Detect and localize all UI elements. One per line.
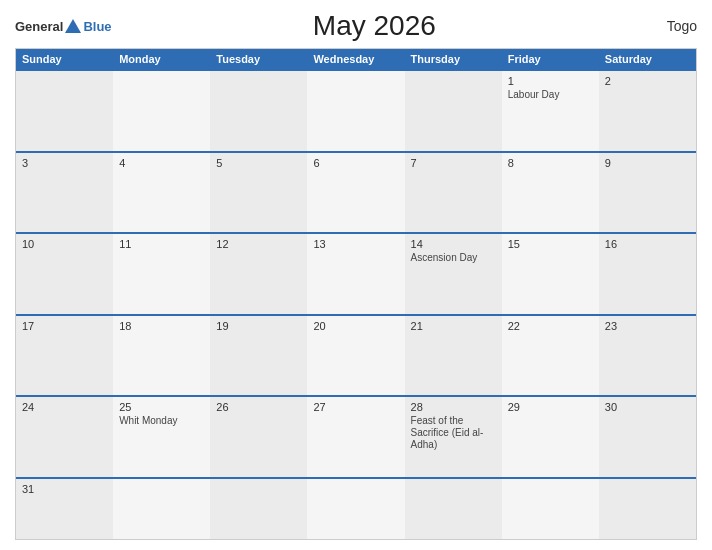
calendar-header: Sunday Monday Tuesday Wednesday Thursday… <box>16 49 696 69</box>
day-number: 28 <box>411 401 496 413</box>
header-monday: Monday <box>113 49 210 69</box>
cal-cell-r3-c2: 19 <box>210 316 307 396</box>
holiday-label: Whit Monday <box>119 415 204 427</box>
page: General Blue May 2026 Togo Sunday Monday… <box>0 0 712 550</box>
holiday-label: Feast of the Sacrifice (Eid al-Adha) <box>411 415 496 451</box>
cal-cell-r3-c0: 17 <box>16 316 113 396</box>
cal-cell-r4-c4: 28Feast of the Sacrifice (Eid al-Adha) <box>405 397 502 477</box>
cal-cell-r3-c1: 18 <box>113 316 210 396</box>
day-number: 14 <box>411 238 496 250</box>
day-number: 19 <box>216 320 301 332</box>
header-sunday: Sunday <box>16 49 113 69</box>
day-number: 21 <box>411 320 496 332</box>
cal-cell-r2-c4: 14Ascension Day <box>405 234 502 314</box>
cal-cell-r1-c3: 6 <box>307 153 404 233</box>
cal-cell-r4-c5: 29 <box>502 397 599 477</box>
day-number: 4 <box>119 157 204 169</box>
header: General Blue May 2026 Togo <box>15 10 697 42</box>
day-number: 8 <box>508 157 593 169</box>
cal-cell-r4-c0: 24 <box>16 397 113 477</box>
cal-cell-r4-c2: 26 <box>210 397 307 477</box>
cal-cell-r2-c1: 11 <box>113 234 210 314</box>
cal-cell-r0-c1 <box>113 71 210 151</box>
cal-cell-r3-c3: 20 <box>307 316 404 396</box>
cal-cell-r1-c1: 4 <box>113 153 210 233</box>
cal-cell-r1-c2: 5 <box>210 153 307 233</box>
day-number: 15 <box>508 238 593 250</box>
logo-triangle-icon <box>65 19 81 33</box>
logo-blue-text: Blue <box>83 19 111 34</box>
day-number: 17 <box>22 320 107 332</box>
cal-cell-r4-c3: 27 <box>307 397 404 477</box>
country-label: Togo <box>637 18 697 34</box>
cal-cell-r5-c6 <box>599 479 696 539</box>
day-number: 12 <box>216 238 301 250</box>
day-number: 20 <box>313 320 398 332</box>
cal-cell-r2-c0: 10 <box>16 234 113 314</box>
day-number: 23 <box>605 320 690 332</box>
day-number: 24 <box>22 401 107 413</box>
cal-cell-r0-c6: 2 <box>599 71 696 151</box>
day-number: 31 <box>22 483 107 495</box>
day-number: 16 <box>605 238 690 250</box>
cal-cell-r0-c5: 1Labour Day <box>502 71 599 151</box>
cal-cell-r0-c4 <box>405 71 502 151</box>
cal-cell-r4-c6: 30 <box>599 397 696 477</box>
day-number: 11 <box>119 238 204 250</box>
calendar-row-4: 2425Whit Monday262728Feast of the Sacrif… <box>16 395 696 477</box>
cal-cell-r2-c5: 15 <box>502 234 599 314</box>
header-tuesday: Tuesday <box>210 49 307 69</box>
header-friday: Friday <box>502 49 599 69</box>
cal-cell-r3-c6: 23 <box>599 316 696 396</box>
calendar-row-0: 1Labour Day2 <box>16 69 696 151</box>
calendar-row-3: 17181920212223 <box>16 314 696 396</box>
calendar-row-2: 1011121314Ascension Day1516 <box>16 232 696 314</box>
cal-cell-r2-c3: 13 <box>307 234 404 314</box>
day-number: 25 <box>119 401 204 413</box>
header-thursday: Thursday <box>405 49 502 69</box>
cal-cell-r1-c0: 3 <box>16 153 113 233</box>
day-number: 2 <box>605 75 690 87</box>
cal-cell-r5-c0: 31 <box>16 479 113 539</box>
day-number: 10 <box>22 238 107 250</box>
cal-cell-r3-c4: 21 <box>405 316 502 396</box>
day-number: 27 <box>313 401 398 413</box>
day-number: 5 <box>216 157 301 169</box>
cal-cell-r1-c4: 7 <box>405 153 502 233</box>
day-number: 18 <box>119 320 204 332</box>
day-number: 3 <box>22 157 107 169</box>
day-number: 13 <box>313 238 398 250</box>
day-number: 9 <box>605 157 690 169</box>
day-number: 6 <box>313 157 398 169</box>
cal-cell-r1-c5: 8 <box>502 153 599 233</box>
logo-general-text: General <box>15 19 63 34</box>
day-number: 26 <box>216 401 301 413</box>
day-number: 30 <box>605 401 690 413</box>
day-number: 22 <box>508 320 593 332</box>
header-wednesday: Wednesday <box>307 49 404 69</box>
cal-cell-r5-c2 <box>210 479 307 539</box>
day-number: 29 <box>508 401 593 413</box>
day-number: 1 <box>508 75 593 87</box>
cal-cell-r5-c4 <box>405 479 502 539</box>
cal-cell-r1-c6: 9 <box>599 153 696 233</box>
calendar: Sunday Monday Tuesday Wednesday Thursday… <box>15 48 697 540</box>
cal-cell-r5-c5 <box>502 479 599 539</box>
cal-cell-r0-c3 <box>307 71 404 151</box>
cal-cell-r4-c1: 25Whit Monday <box>113 397 210 477</box>
cal-cell-r0-c0 <box>16 71 113 151</box>
calendar-row-1: 3456789 <box>16 151 696 233</box>
logo: General Blue <box>15 19 112 34</box>
holiday-label: Ascension Day <box>411 252 496 264</box>
cal-cell-r2-c2: 12 <box>210 234 307 314</box>
cal-cell-r5-c3 <box>307 479 404 539</box>
cal-cell-r2-c6: 16 <box>599 234 696 314</box>
cal-cell-r3-c5: 22 <box>502 316 599 396</box>
day-number: 7 <box>411 157 496 169</box>
calendar-row-5: 31 <box>16 477 696 539</box>
calendar-body: 1Labour Day234567891011121314Ascension D… <box>16 69 696 539</box>
calendar-title: May 2026 <box>112 10 637 42</box>
header-saturday: Saturday <box>599 49 696 69</box>
holiday-label: Labour Day <box>508 89 593 101</box>
cal-cell-r5-c1 <box>113 479 210 539</box>
